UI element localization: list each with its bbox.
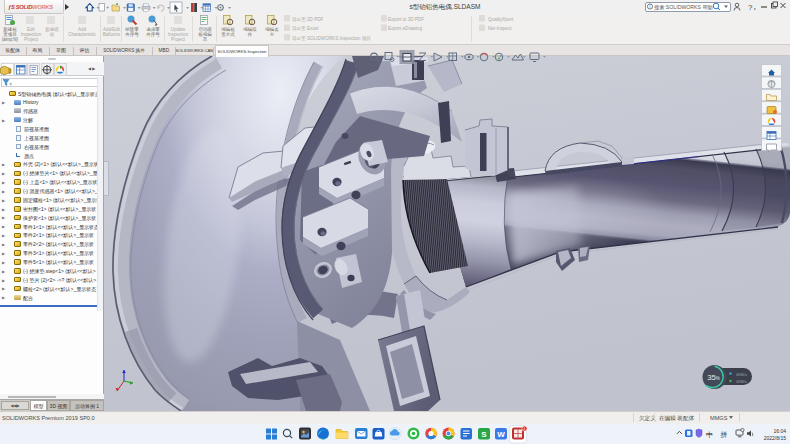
svg-text:1: 1	[524, 427, 526, 431]
svg-text:W: W	[497, 430, 505, 439]
svg-text:2022/8/15: 2022/8/15	[764, 435, 786, 441]
svg-text:拼: 拼	[721, 431, 728, 438]
svg-text:中: 中	[706, 431, 713, 438]
svg-text:S: S	[481, 430, 487, 439]
svg-text:i: i	[650, 4, 651, 9]
svg-text:?: ?	[748, 3, 753, 12]
svg-text:16:04: 16:04	[773, 428, 786, 434]
